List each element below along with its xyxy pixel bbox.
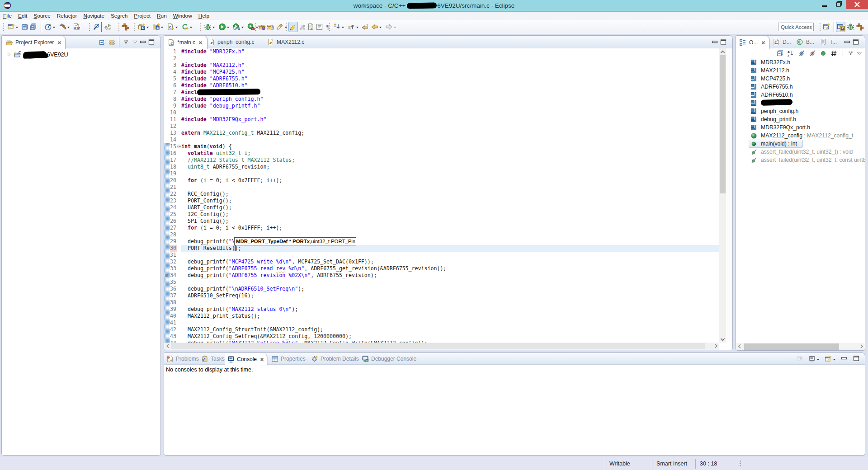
dropdown-arrow-icon[interactable] [175, 24, 179, 31]
code-line-27[interactable]: 27 for (i = 0; i < 0x1FFFF; i++); [164, 225, 719, 231]
menu-file[interactable]: File [0, 13, 15, 19]
view-menu-icon[interactable] [123, 38, 130, 46]
code-line-20[interactable]: 20 for (i = 0; i < 0x7FFFF; i++); [164, 177, 719, 184]
menu-edit[interactable]: Edit [15, 13, 30, 19]
outline-item-MAX2112.h[interactable]: MAX2112.h [736, 66, 865, 75]
toolbar-save-button[interactable] [20, 22, 29, 32]
console-pin-console-button[interactable] [796, 354, 804, 364]
outline-item-redacted[interactable] [736, 99, 865, 107]
console-min-dash-button[interactable] [840, 354, 849, 364]
min-dash-icon[interactable] [712, 39, 718, 45]
outline-tool-sort-az-button[interactable]: az [787, 49, 795, 58]
outline-item-main[interactable]: main(void) : int [736, 140, 865, 148]
scroll-down-icon[interactable] [719, 336, 726, 342]
chevron-right-icon[interactable] [7, 52, 11, 57]
outline-item-MCP4725.h[interactable]: MCP4725.h [736, 75, 865, 83]
min-dash-icon[interactable] [844, 39, 850, 45]
close-icon[interactable] [259, 357, 265, 362]
outline-tab-d[interactable]: D... [769, 36, 795, 48]
code-line-2[interactable]: 2 [164, 55, 719, 62]
toolbar-prev-annot-button[interactable] [346, 22, 361, 32]
fold-collapse-icon[interactable] [177, 145, 181, 148]
dropdown-arrow-icon[interactable] [15, 24, 19, 31]
code-line-40[interactable]: 40 MAX2112_print_status(); [164, 313, 719, 320]
code-line-43[interactable]: 43 MAX2112_Config_SetFreq(&MAX2112_confi… [164, 333, 719, 340]
code-line-5[interactable]: 5#include "ADRF6755.h" [164, 75, 719, 82]
outline-tab-o[interactable]: O... [736, 36, 769, 49]
tri-down-open-icon[interactable] [132, 40, 137, 44]
editor-tab-MAX2112.c[interactable]: .cMAX2112.c [264, 36, 308, 48]
code-line-16[interactable]: 16 volatile uint32_t i; [164, 150, 719, 157]
console-tab-problems[interactable]: Problems [164, 353, 201, 365]
max-box-icon[interactable] [720, 39, 726, 45]
tree-row-project[interactable]: C 6VE92U [2, 50, 160, 59]
close-button[interactable] [846, 0, 868, 9]
toolbar-open-folder-clip-button[interactable] [266, 22, 275, 32]
code-line-21[interactable]: 21 [164, 184, 719, 191]
dropdown-arrow-icon[interactable] [832, 356, 836, 363]
dropdown-arrow-icon[interactable] [52, 24, 56, 31]
max-box-icon[interactable] [148, 39, 155, 45]
scroll-left-icon[interactable] [736, 343, 742, 350]
tab-project-explorer[interactable]: Project Explorer [2, 36, 66, 49]
outline-tab-t[interactable]: T... [816, 36, 840, 48]
code-line-6[interactable]: 6#include "ADRF6510.h" [164, 82, 719, 89]
dropdown-arrow-icon[interactable] [212, 24, 216, 31]
code-line-1[interactable]: 1#include "MDR32Fx.h" [164, 48, 719, 55]
scroll-right-icon[interactable] [859, 343, 864, 350]
collapse-all-icon[interactable] [99, 38, 106, 46]
scroll-right-icon[interactable] [713, 343, 719, 349]
outline-tool-hide-field-button[interactable] [797, 49, 806, 58]
code-line-41[interactable]: 41 [164, 320, 719, 326]
outline-item-ADRF6510.h[interactable]: ADRF6510.h [736, 91, 865, 99]
quick-access-input[interactable]: Quick Access [778, 23, 814, 31]
toolbar-refresh-new-button[interactable] [180, 22, 194, 32]
code-line-18[interactable]: 18 uint8_t ADRF6755_revision; [164, 164, 719, 170]
tri-down-open-icon[interactable] [857, 51, 862, 56]
toolbar-orange-blocks-button[interactable] [121, 22, 130, 32]
debug-perspective-button[interactable] [846, 22, 855, 32]
console-tab-problem-details[interactable]: Problem Details [309, 353, 361, 365]
close-icon[interactable] [198, 40, 203, 46]
code-line-38[interactable]: 38 [164, 299, 719, 306]
menu-refactor[interactable]: Refactor [54, 13, 80, 19]
toolbar-highlighter-button[interactable] [288, 22, 298, 32]
outline-item-MDR32F9Qx_port.h[interactable]: MDR32F9Qx_port.h [736, 123, 865, 132]
toolbar-relaunch-button[interactable] [104, 22, 112, 32]
code-line-42[interactable]: 42 MAX2112_Config_StructInit(&MAX2112_co… [164, 326, 719, 333]
code-line-14[interactable]: 14 [164, 136, 719, 143]
code-line-25[interactable]: 25 I2C_Config(); [164, 211, 719, 218]
toolbar-page-arrow-button[interactable] [307, 22, 315, 32]
open-perspective-button[interactable] [822, 22, 831, 32]
view-menu-icon[interactable] [847, 50, 854, 57]
code-line-15[interactable]: 15int main(void) { [164, 143, 719, 150]
code-line-36[interactable]: 36 debug_printf("\nADRF6510_SetFreq\n"); [164, 286, 719, 292]
toolbar-hammer-button[interactable] [57, 22, 72, 32]
console-tab-console[interactable]: Console [225, 353, 267, 365]
code-line-30[interactable]: 30 PORT_ResetBits(); [164, 245, 719, 252]
restore-button[interactable] [832, 0, 846, 9]
dropdown-arrow-icon[interactable] [393, 24, 397, 31]
toolbar-run-play-button[interactable] [217, 22, 231, 32]
code-line-31[interactable]: 31 [164, 252, 719, 258]
toolbar-clock-button[interactable] [43, 22, 57, 32]
outline-tab-b[interactable]: B... [793, 36, 818, 48]
menu-source[interactable]: Source [30, 13, 53, 19]
code-line-7[interactable]: 7#incl [164, 89, 719, 96]
code-line-24[interactable]: 24 UART_Config(); [164, 204, 719, 211]
console-max-box-button[interactable] [853, 354, 861, 364]
outline-item-ADRF6755.h[interactable]: ADRF6755.h [736, 83, 865, 91]
dropdown-arrow-icon[interactable] [189, 24, 193, 31]
overview-ruler[interactable] [726, 48, 732, 343]
toolbar-new-c-file-button[interactable]: c [165, 22, 180, 32]
code-line-32[interactable]: 32 debug_printf("MCP4725 write %d\n", MC… [164, 258, 719, 265]
dropdown-arrow-icon[interactable] [160, 24, 164, 31]
menu-window[interactable]: Window [170, 13, 195, 19]
code-line-23[interactable]: 23 PORT_Config(); [164, 197, 719, 204]
code-line-11[interactable]: 11#include "MDR32F9Qx_port.h" [164, 116, 719, 123]
outline-hscrollbar-thumb[interactable] [744, 343, 839, 350]
outline-tool-hide-inactive-button[interactable] [830, 49, 839, 58]
dropdown-arrow-icon[interactable] [816, 356, 820, 363]
toolbar-run-history-button[interactable] [231, 22, 246, 32]
code-line-37[interactable]: 37 ADRF6510_SetFreq(16); [164, 292, 719, 299]
